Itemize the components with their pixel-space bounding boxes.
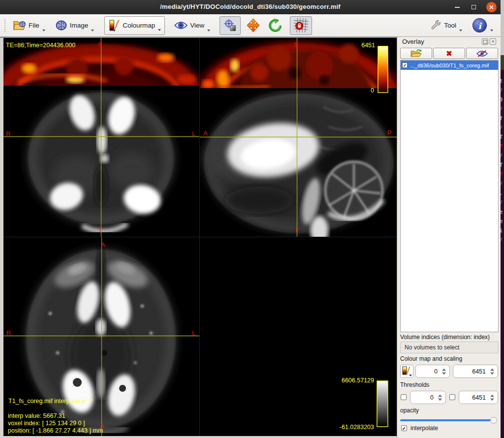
voxel-index-annotation: voxel index: [ 125 134 29 0 ] bbox=[8, 420, 85, 427]
colourmap-select-button[interactable] bbox=[400, 365, 413, 378]
thresholds-label: Thresholds bbox=[400, 381, 429, 388]
view-menu-button[interactable]: View bbox=[171, 16, 214, 35]
window-title: /media/yt/HYT/DOCold/docold_dti36/sub030… bbox=[0, 3, 501, 10]
eye-icon bbox=[174, 21, 188, 30]
interpolate-checkbox[interactable]: ✓ bbox=[401, 425, 407, 431]
colourmap-icon bbox=[108, 19, 120, 32]
main-colorbar bbox=[377, 381, 388, 427]
dock-title: Overlay bbox=[402, 38, 424, 45]
orientation-label-sagittal-top: S bbox=[294, 41, 298, 48]
chevron-down-icon bbox=[42, 30, 45, 31]
dock-close-icon[interactable]: ✕ bbox=[490, 38, 496, 45]
wrench-icon bbox=[430, 20, 441, 31]
minimize-button[interactable] bbox=[452, 2, 462, 12]
crosshair-mode-button[interactable] bbox=[220, 16, 241, 35]
main-colorbar-max: 6606.57129 bbox=[342, 377, 374, 384]
info-icon: i bbox=[472, 18, 487, 33]
spinbox-arrows-icon[interactable] bbox=[438, 394, 442, 401]
overlay-item-label: ..._dti36/sub030/T1_fs_coreg.mif bbox=[410, 63, 489, 68]
open-overlay-button[interactable] bbox=[400, 48, 432, 59]
spinbox-arrows-icon[interactable] bbox=[490, 394, 494, 401]
chevron-down-icon bbox=[459, 30, 462, 31]
snap-to-grid-button[interactable] bbox=[290, 16, 312, 35]
chevron-down-icon bbox=[207, 30, 210, 31]
background-terminal-glyphs: t/0/f/TF/TF/./eei/ bbox=[501, 70, 504, 438]
orientation-label-axial-right: L bbox=[192, 329, 195, 337]
dock-float-icon[interactable] bbox=[482, 38, 488, 45]
toolbar-drag-handle[interactable] bbox=[4, 19, 6, 32]
scaling-min-spinbox[interactable]: 0 bbox=[415, 365, 450, 378]
volume-indices-label: Volume indices (dimension: index) bbox=[400, 334, 490, 341]
chevron-down-icon bbox=[490, 30, 493, 31]
scaling-max-spinbox[interactable]: 6451 bbox=[453, 365, 498, 378]
overlay-colorbar bbox=[378, 46, 388, 93]
threshold-min-spinbox[interactable]: 0 bbox=[410, 391, 446, 404]
interpolate-label: interpolate bbox=[410, 425, 438, 432]
orientation-label-coronal-right: L bbox=[192, 130, 195, 137]
orientation-label-coronal-top: S bbox=[98, 41, 102, 48]
colourmap-menu-label: Colourmap bbox=[123, 22, 155, 29]
overlay-visible-checkbox[interactable]: ✓ bbox=[402, 63, 408, 68]
window-frame-left bbox=[0, 38, 3, 436]
threshold-max-checkbox[interactable] bbox=[449, 394, 455, 400]
main-toolbar: File Image Colourmap View bbox=[0, 14, 501, 37]
ortho-view-canvas[interactable]: TE=86;Time=204436.000 S R L I S A P I A … bbox=[3, 38, 397, 436]
slider-handle[interactable] bbox=[490, 417, 497, 424]
orientation-label-axial-top: A bbox=[101, 241, 105, 249]
rotate-mode-button[interactable] bbox=[265, 16, 286, 35]
grid-lock-icon bbox=[294, 18, 308, 32]
eye-hidden-icon bbox=[476, 50, 488, 58]
tool-menu-button[interactable]: Tool bbox=[427, 16, 466, 35]
file-menu-label: File bbox=[29, 22, 39, 29]
view-menu-label: View bbox=[190, 22, 204, 29]
window-frame-bottom bbox=[0, 436, 397, 438]
crosshair-target-icon bbox=[223, 19, 237, 32]
folder-brain-icon bbox=[13, 20, 26, 31]
chevron-down-icon bbox=[91, 30, 94, 31]
interpolate-row: ✓ interpolate bbox=[401, 425, 438, 432]
background-window-strip: t/0/f/TF/TF/./eei/ bbox=[501, 0, 504, 438]
overlay-list-item[interactable]: ✓ ..._dti36/sub030/T1_fs_coreg.mif bbox=[401, 61, 498, 70]
folder-open-icon bbox=[410, 49, 422, 58]
colour-map-scaling-label: Colour map and scaling bbox=[400, 355, 462, 362]
maximize-button[interactable] bbox=[469, 2, 479, 12]
mri-render bbox=[3, 38, 397, 436]
slider-track[interactable] bbox=[400, 419, 497, 421]
threshold-max-spinbox[interactable]: 6451 bbox=[459, 391, 498, 404]
spinbox-arrows-icon[interactable] bbox=[442, 368, 446, 375]
image-menu-label: Image bbox=[70, 22, 89, 29]
info-button[interactable]: i bbox=[469, 16, 497, 35]
titlebar: /media/yt/HYT/DOCold/docold_dti36/sub030… bbox=[0, 0, 501, 14]
overlay-colorbar-min: 0 bbox=[371, 87, 374, 94]
main-colorbar-min: -61.0283203 bbox=[340, 424, 374, 431]
opacity-slider[interactable] bbox=[400, 417, 497, 424]
brain-icon bbox=[55, 19, 67, 31]
chevron-down-icon bbox=[158, 29, 161, 31]
position-annotation: position: [ -1.866 27.27 4.443 ] mm bbox=[8, 427, 103, 434]
opacity-label: opacity bbox=[400, 407, 419, 414]
overlay-file-list[interactable]: ✓ ..._dti36/sub030/T1_fs_coreg.mif bbox=[400, 60, 499, 332]
threshold-min-checkbox[interactable] bbox=[401, 394, 407, 400]
overlay-value-annotation: T1_fs_coreg.mif interp value: ? bbox=[8, 398, 93, 405]
delete-x-icon: ✖ bbox=[446, 50, 452, 57]
tool-menu-label: Tool bbox=[444, 22, 456, 29]
image-comment-annotation: TE=86;Time=204436.000 bbox=[6, 42, 75, 49]
orientation-label-axial-left: R bbox=[6, 329, 11, 337]
orientation-label-sagittal-left: A bbox=[203, 129, 208, 137]
hide-overlay-button[interactable] bbox=[466, 48, 498, 59]
no-volumes-box: No volumes to select bbox=[400, 342, 499, 353]
overlay-colorbar-max: 6451 bbox=[361, 42, 375, 49]
image-menu-button[interactable]: Image bbox=[52, 16, 98, 35]
orientation-label-coronal-bottom: I bbox=[99, 226, 101, 233]
colourmap-menu-button[interactable]: Colourmap bbox=[104, 16, 165, 35]
spinbox-arrows-icon[interactable] bbox=[490, 368, 494, 375]
interp-value-annotation: interp value: 5667.31 bbox=[8, 412, 65, 419]
orientation-label-sagittal-right: P bbox=[387, 129, 392, 136]
rotate-arrow-icon bbox=[268, 18, 283, 32]
orientation-label-sagittal-bottom: I bbox=[295, 226, 297, 233]
file-menu-button[interactable]: File bbox=[9, 16, 49, 35]
overlay-tool-panel: Overlay ✕ ✖ ✓ ..._dti36/sub030/T1_fs_cor… bbox=[397, 37, 501, 438]
close-button[interactable]: ✕ bbox=[486, 2, 497, 12]
pan-mode-button[interactable] bbox=[243, 16, 264, 35]
remove-overlay-button[interactable]: ✖ bbox=[433, 48, 465, 59]
